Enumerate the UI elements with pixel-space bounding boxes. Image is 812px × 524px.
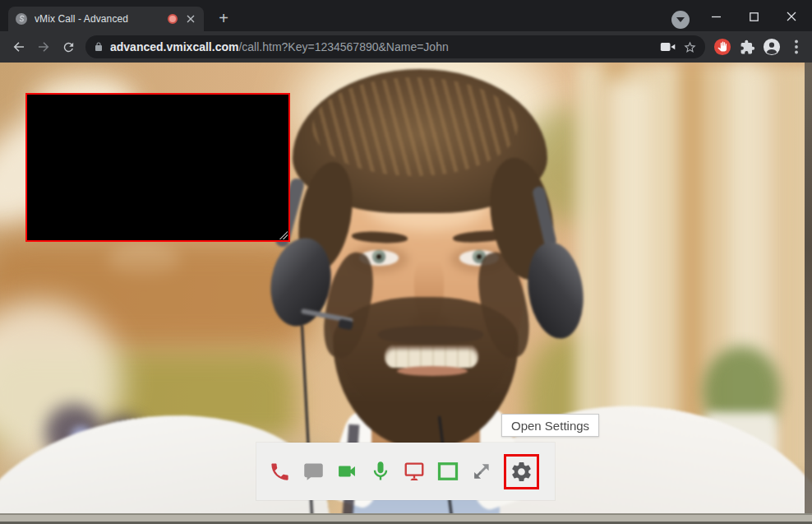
layout-rectangle-icon (436, 459, 460, 484)
hang-up-button[interactable] (267, 455, 292, 488)
preview-resize-handle-icon[interactable] (277, 229, 288, 239)
camera-toggle-button[interactable] (334, 455, 359, 488)
fullscreen-button[interactable] (469, 455, 494, 488)
window-minimize-button[interactable] (704, 7, 728, 26)
browser-menu-kebab-icon[interactable] (784, 35, 809, 59)
chat-bubble-icon (302, 461, 325, 483)
url-domain: advanced.vmixcall.com (110, 40, 238, 53)
browser-toolbar: advanced.vmixcall.com/call.htm?Key=12345… (0, 31, 812, 63)
layout-button[interactable] (436, 455, 460, 488)
person-pupil-left (376, 254, 381, 259)
background-dark-right-edge (805, 63, 812, 524)
window-close-button[interactable] (779, 7, 804, 26)
person-pupil-right (477, 254, 482, 259)
adblock-extension-icon[interactable] (710, 35, 735, 59)
fullscreen-arrows-icon (470, 460, 493, 483)
bookmark-star-icon[interactable] (683, 40, 697, 54)
tab-favicon-icon (15, 12, 28, 26)
lock-icon (94, 41, 104, 53)
microphone-toggle-button[interactable] (368, 455, 393, 488)
phone-icon (269, 461, 291, 483)
camera-in-use-icon[interactable] (660, 41, 676, 53)
browser-titlebar: vMix Call - Advanced + (0, 0, 812, 31)
address-bar[interactable]: advanced.vmixcall.com/call.htm?Key=12345… (85, 35, 705, 58)
close-icon (187, 15, 195, 23)
self-preview-video[interactable] (25, 93, 290, 242)
extensions-puzzle-icon[interactable] (735, 35, 759, 59)
reload-button[interactable] (56, 35, 81, 59)
desk-edge-strip (0, 513, 812, 524)
forward-button[interactable] (31, 35, 56, 59)
person-lower-lip (397, 366, 468, 376)
person-mustache (378, 326, 483, 344)
new-tab-button[interactable]: + (214, 9, 233, 29)
url-text: advanced.vmixcall.com/call.htm?Key=12345… (110, 40, 653, 53)
tab-title: vMix Call - Advanced (35, 13, 161, 25)
browser-tab-active[interactable]: vMix Call - Advanced (8, 7, 204, 31)
tab-close-button[interactable] (184, 12, 197, 26)
window-maximize-button[interactable] (741, 7, 766, 26)
call-controls-bar (256, 443, 555, 500)
back-button[interactable] (7, 35, 31, 59)
chevron-down-circle-icon[interactable] (671, 11, 690, 29)
settings-button[interactable] (504, 454, 539, 489)
video-camera-icon (335, 460, 358, 483)
settings-gear-icon (510, 460, 533, 484)
chat-button[interactable] (301, 455, 325, 488)
remote-video-area: Open Settings (0, 63, 812, 524)
url-path: /call.htm?Key=1234567890&Name=John (238, 40, 448, 53)
screen-share-button[interactable] (402, 455, 427, 488)
tooltip: Open Settings (501, 414, 599, 437)
person-hair-streaks (312, 77, 518, 176)
recording-indicator-icon (168, 14, 178, 24)
screen-share-monitor-icon (403, 460, 426, 483)
microphone-icon (369, 460, 392, 483)
profile-avatar-icon[interactable] (759, 35, 784, 59)
person-teeth (385, 345, 478, 368)
